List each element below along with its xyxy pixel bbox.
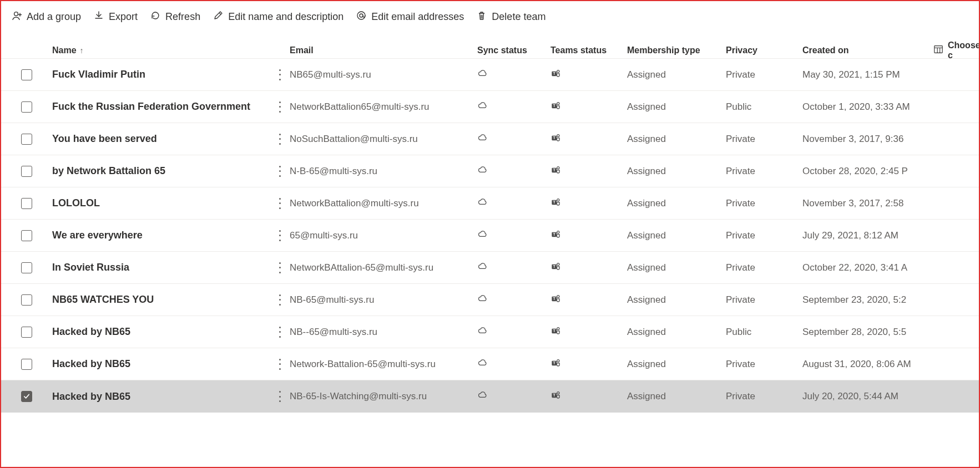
more-actions-button[interactable] xyxy=(275,358,285,371)
row-name[interactable]: by Network Battalion 65 xyxy=(52,165,270,177)
column-header-membership[interactable]: Membership type xyxy=(627,45,726,55)
table-row[interactable]: Hacked by NB65Network-Battalion-65@multi… xyxy=(1,348,979,380)
more-actions-button[interactable] xyxy=(275,293,285,307)
row-select-cell xyxy=(1,262,52,273)
edit-email-button[interactable]: Edit email addresses xyxy=(356,10,464,24)
row-membership: Assigned xyxy=(627,101,726,113)
row-name[interactable]: In Soviet Russia xyxy=(52,262,270,273)
more-actions-button[interactable] xyxy=(275,261,285,274)
more-actions-button[interactable] xyxy=(275,68,285,82)
delete-team-button[interactable]: Delete team xyxy=(476,10,545,24)
row-checkbox[interactable] xyxy=(21,198,32,209)
row-membership: Assigned xyxy=(627,391,726,402)
teams-icon xyxy=(550,197,561,210)
at-sign-icon xyxy=(356,10,367,24)
table-row[interactable]: Hacked by NB65NB--65@multi-sys.ruAssigne… xyxy=(1,316,979,348)
row-select-cell xyxy=(1,69,52,80)
row-name[interactable]: LOLOLOL xyxy=(52,197,270,209)
row-select-cell xyxy=(1,391,52,402)
download-icon xyxy=(93,10,104,24)
more-actions-button[interactable] xyxy=(275,325,285,339)
column-header-email[interactable]: Email xyxy=(290,45,477,55)
row-checkbox[interactable] xyxy=(21,230,32,241)
table-row[interactable]: You have been servedNoSuchBattalion@mult… xyxy=(1,123,979,155)
row-teams-status xyxy=(550,229,627,242)
more-actions-button[interactable] xyxy=(275,197,285,210)
row-name[interactable]: NB65 WATCHES YOU xyxy=(52,294,270,306)
more-actions-button[interactable] xyxy=(275,133,285,146)
column-header-sync[interactable]: Sync status xyxy=(477,45,550,55)
row-email: NetworkBAttalion-65@multi-sys.ru xyxy=(290,262,477,273)
row-created: September 23, 2020, 5:2 xyxy=(802,294,931,306)
row-checkbox[interactable] xyxy=(21,101,32,113)
row-name[interactable]: Hacked by NB65 xyxy=(52,358,270,370)
table-row[interactable]: LOLOLOLNetworkBattalion@multi-sys.ruAssi… xyxy=(1,187,979,220)
row-checkbox[interactable] xyxy=(21,294,32,306)
pencil-icon xyxy=(213,10,224,24)
column-header-created[interactable]: Created on xyxy=(802,45,931,55)
row-name[interactable]: You have been served xyxy=(52,133,270,145)
row-select-cell xyxy=(1,101,52,113)
row-name[interactable]: Fuck Vladimir Putin xyxy=(52,69,270,80)
sort-ascending-icon: ↑ xyxy=(80,46,84,55)
cloud-icon xyxy=(477,358,488,371)
row-teams-status xyxy=(550,133,627,146)
refresh-button[interactable]: Refresh xyxy=(150,10,200,24)
row-select-cell xyxy=(1,198,52,209)
table-row[interactable]: In Soviet RussiaNetworkBAttalion-65@mult… xyxy=(1,252,979,284)
row-actions-cell xyxy=(270,229,290,242)
col-email-label: Email xyxy=(290,45,314,55)
table-row[interactable]: Hacked by NB65NB-65-Is-Watching@multi-sy… xyxy=(1,380,979,413)
cloud-icon xyxy=(477,325,488,339)
row-actions-cell xyxy=(270,261,290,274)
column-header-privacy[interactable]: Privacy xyxy=(726,45,802,55)
row-checkbox[interactable] xyxy=(21,69,32,80)
row-checkbox[interactable] xyxy=(21,262,32,273)
more-actions-button[interactable] xyxy=(275,100,285,114)
row-privacy: Private xyxy=(726,198,802,209)
row-checkbox[interactable] xyxy=(21,166,32,177)
row-name[interactable]: Hacked by NB65 xyxy=(52,391,270,403)
table-row[interactable]: by Network Battalion 65N-B-65@multi-sys.… xyxy=(1,155,979,187)
row-select-cell xyxy=(1,230,52,241)
table-row[interactable]: Fuck the Russian Federation GovernmentNe… xyxy=(1,91,979,123)
row-privacy: Private xyxy=(726,134,802,145)
row-checkbox[interactable] xyxy=(21,327,32,338)
row-name[interactable]: Hacked by NB65 xyxy=(52,326,270,338)
row-actions-cell xyxy=(270,165,290,178)
row-select-cell xyxy=(1,359,52,370)
row-name[interactable]: Fuck the Russian Federation Government xyxy=(52,101,270,113)
choose-columns-button[interactable]: Choose c xyxy=(931,40,979,60)
export-label: Export xyxy=(109,11,138,23)
more-actions-button[interactable] xyxy=(275,390,285,403)
add-group-button[interactable]: Add a group xyxy=(11,10,81,24)
table-row[interactable]: We are everywhere65@multi-sys.ruAssigned… xyxy=(1,220,979,252)
row-teams-status xyxy=(550,197,627,210)
edit-name-button[interactable]: Edit name and description xyxy=(213,10,343,24)
row-checkbox[interactable] xyxy=(21,134,32,145)
row-select-cell xyxy=(1,327,52,338)
row-sync-status xyxy=(477,165,550,178)
row-email: NetworkBattalion@multi-sys.ru xyxy=(290,198,477,209)
row-created: October 28, 2020, 2:45 P xyxy=(802,166,931,177)
row-actions-cell xyxy=(270,293,290,307)
row-teams-status xyxy=(550,358,627,371)
row-checkbox[interactable] xyxy=(21,391,32,402)
row-membership: Assigned xyxy=(627,69,726,80)
column-header-name[interactable]: Name ↑ xyxy=(52,45,270,55)
row-created: May 30, 2021, 1:15 PM xyxy=(802,69,931,80)
row-name[interactable]: We are everywhere xyxy=(52,230,270,241)
row-teams-status xyxy=(550,390,627,403)
row-privacy: Private xyxy=(726,166,802,177)
table-row[interactable]: NB65 WATCHES YOUNB-65@multi-sys.ruAssign… xyxy=(1,284,979,316)
more-actions-button[interactable] xyxy=(275,165,285,178)
more-actions-button[interactable] xyxy=(275,229,285,242)
column-header-teams[interactable]: Teams status xyxy=(550,45,627,55)
row-checkbox[interactable] xyxy=(21,359,32,370)
row-teams-status xyxy=(550,100,627,114)
table-row[interactable]: Fuck Vladimir PutinNB65@multi-sys.ruAssi… xyxy=(1,59,979,91)
cloud-icon xyxy=(477,293,488,307)
export-button[interactable]: Export xyxy=(93,10,138,24)
cloud-icon xyxy=(477,197,488,210)
col-privacy-label: Privacy xyxy=(726,45,757,55)
